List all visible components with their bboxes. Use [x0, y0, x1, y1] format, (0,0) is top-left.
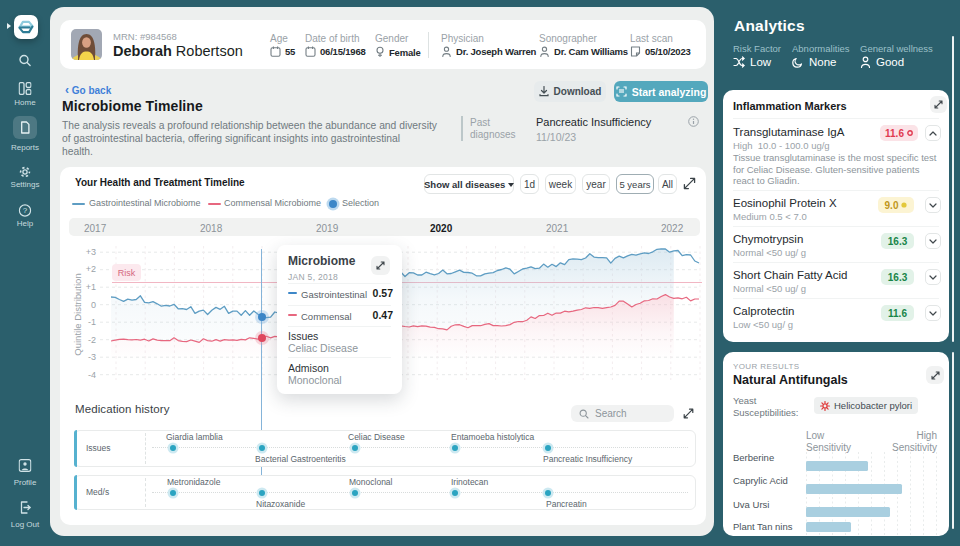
svg-text:?: ? — [23, 206, 28, 215]
